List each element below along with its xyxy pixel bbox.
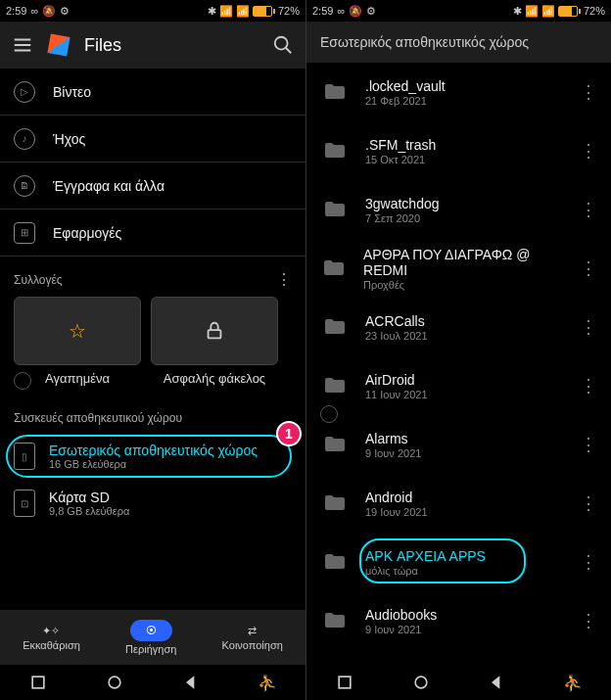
more-icon[interactable]: ⋮ — [580, 375, 597, 397]
search-icon[interactable] — [272, 34, 294, 56]
sd-card-icon: ⊡ — [14, 490, 35, 517]
nav-browse[interactable]: ⦿ Περιήγηση — [125, 620, 176, 655]
folder-icon — [320, 198, 350, 221]
back-button[interactable] — [181, 673, 201, 692]
internal-storage-item[interactable]: 1 ▯ Εσωτερικός αποθηκευτικός χώρος 16 GB… — [0, 433, 306, 480]
system-nav: ⛹ — [306, 665, 611, 700]
folder-row[interactable]: Audiobooks 9 Ιουν 2021 ⋮ — [306, 591, 611, 650]
status-time: 2:59 — [312, 5, 333, 17]
folder-row[interactable]: ACRCalls 23 Ιουλ 2021 ⋮ — [306, 298, 611, 356]
folder-row[interactable]: .SFM_trash 15 Οκτ 2021 ⋮ — [306, 121, 611, 180]
folder-row[interactable]: Alarms 9 Ιουν 2021 ⋮ — [306, 415, 611, 474]
status-battery: 72% — [584, 5, 605, 17]
more-icon[interactable]: ⋮ — [580, 610, 597, 631]
folder-date: 23 Ιουλ 2021 — [365, 330, 428, 342]
more-icon[interactable]: ⋮ — [580, 492, 597, 514]
system-nav: ⛹ — [0, 665, 306, 700]
nav-clean[interactable]: ✦✧ Εκκαθάριση — [23, 625, 80, 651]
more-icon[interactable]: ⋮ — [580, 434, 597, 455]
sd-card-item[interactable]: ⊡ Κάρτα SD 9,8 GB ελεύθερα — [0, 480, 306, 527]
folder-row[interactable]: 3gwatchdog 7 Σεπ 2020 ⋮ — [306, 180, 611, 239]
folder-date: 9 Ιουν 2021 — [365, 624, 437, 635]
category-row[interactable]: 🗎 Έγγραφα και άλλα — [0, 163, 306, 210]
page-title: Εσωτερικός αποθηκευτικός χώρος — [320, 34, 529, 50]
star-icon: ☆ — [69, 319, 86, 343]
folder-icon — [320, 139, 350, 163]
folder-icon — [320, 550, 350, 574]
app-logo-icon — [47, 33, 70, 56]
recent-button[interactable] — [28, 673, 48, 692]
folder-name: .locked_vault — [365, 78, 446, 94]
title-bar: Εσωτερικός αποθηκευτικός χώρος — [306, 22, 611, 63]
more-icon[interactable]: ⋮ — [580, 551, 597, 573]
folder-date: 21 Φεβ 2021 — [365, 95, 446, 107]
folder-row[interactable]: AirDroid 11 Ιουν 2021 ⋮ — [306, 356, 611, 415]
nav-share[interactable]: ⇄ Κοινοποίηση — [222, 625, 283, 651]
folder-name: APK ΑΡΧΕΙΑ APPS — [365, 548, 486, 564]
folder-icon — [320, 80, 350, 104]
lock-icon — [204, 320, 225, 342]
more-icon[interactable]: ⋮ — [580, 81, 597, 103]
status-bar: 2:59 ∞🔕⚙ ✱📶📶 72% — [0, 0, 306, 22]
folder-name: ΑΡΘΡΑ ΠΟΥ ΔΙΑΓΡΑΦΩ @ REDMI — [363, 247, 564, 278]
svg-rect-2 — [32, 677, 44, 688]
screen-right: 2:59 ∞🔕⚙ ✱📶📶 72% Εσωτερικός αποθηκευτικό… — [306, 0, 611, 700]
folder-name: .SFM_trash — [365, 137, 436, 153]
category-row[interactable]: ▷ Βίντεο — [0, 69, 306, 116]
screen-left: 2:59 ∞🔕⚙ ✱📶📶 72% Files ▷ Βίντεο♪ Ήχος🗎 Έ… — [0, 0, 306, 700]
folder-date: 7 Σεπ 2020 — [365, 212, 440, 224]
back-button[interactable] — [487, 673, 506, 692]
progress-circle-icon — [320, 405, 338, 423]
home-button[interactable] — [105, 673, 124, 692]
folder-icon — [320, 491, 350, 515]
category-icon: 🗎 — [14, 175, 35, 197]
more-icon[interactable]: ⋮ — [580, 316, 597, 338]
accessibility-button[interactable]: ⛹ — [258, 673, 277, 692]
folder-name: Audiobooks — [365, 607, 437, 623]
menu-icon[interactable] — [12, 34, 33, 56]
folder-row[interactable]: APK ΑΡΧΕΙΑ APPS μόλις τώρα ⋮ — [306, 533, 611, 591]
main-content: ▷ Βίντεο♪ Ήχος🗎 Έγγραφα και άλλα⊞ Εφαρμο… — [0, 69, 306, 610]
svg-rect-1 — [209, 330, 221, 338]
folder-row[interactable]: .locked_vault 21 Φεβ 2021 ⋮ — [306, 63, 611, 121]
folder-icon — [320, 257, 348, 280]
folder-row[interactable]: ΑΡΘΡΑ ΠΟΥ ΔΙΑΓΡΑΦΩ @ REDMI Προχθές ⋮ — [306, 239, 611, 298]
sd-card-sub: 9,8 GB ελεύθερα — [49, 505, 129, 517]
more-icon[interactable]: ⋮ — [580, 199, 597, 220]
app-title: Files — [84, 35, 121, 56]
more-icon[interactable]: ⋮ — [276, 270, 292, 289]
more-icon[interactable]: ⋮ — [580, 140, 597, 162]
internal-storage-title: Εσωτερικός αποθηκευτικός χώρος — [49, 443, 258, 458]
svg-point-5 — [415, 677, 427, 688]
category-row[interactable]: ⊞ Εφαρμογές — [0, 210, 306, 257]
annotation-badge: 1 — [276, 421, 302, 446]
category-icon: ▷ — [14, 81, 35, 103]
folder-date: 11 Ιουν 2021 — [365, 389, 428, 400]
svg-point-3 — [109, 677, 120, 688]
folder-list[interactable]: .locked_vault 21 Φεβ 2021 ⋮ .SFM_trash 1… — [306, 63, 611, 665]
favorites-tile[interactable]: ☆ — [14, 297, 141, 365]
accessibility-button[interactable]: ⛹ — [563, 673, 583, 692]
svg-point-0 — [275, 37, 288, 50]
app-bar: Files — [0, 22, 306, 69]
favorites-label: Αγαπημένα — [45, 371, 110, 386]
category-label: Βίντεο — [53, 84, 91, 100]
home-button[interactable] — [411, 673, 431, 692]
folder-name: AirDroid — [365, 372, 428, 388]
category-row[interactable]: ♪ Ήχος — [0, 116, 306, 163]
collections-header: Συλλογές — [14, 273, 63, 287]
folder-row[interactable]: Android 19 Ιουν 2021 ⋮ — [306, 474, 611, 533]
folder-name: Android — [365, 490, 428, 505]
folder-date: 19 Ιουν 2021 — [365, 506, 428, 518]
more-icon[interactable]: ⋮ — [580, 257, 597, 279]
svg-rect-4 — [339, 677, 351, 688]
folder-search-icon: ⦿ — [146, 625, 157, 636]
category-label: Ήχος — [53, 131, 85, 147]
status-time: 2:59 — [6, 5, 26, 17]
folder-date: Προχθές — [363, 279, 564, 291]
sparkle-icon: ✦✧ — [42, 625, 60, 637]
sd-card-title: Κάρτα SD — [49, 490, 129, 505]
folder-icon — [320, 374, 350, 397]
safe-folder-tile[interactable] — [151, 297, 278, 365]
recent-button[interactable] — [335, 673, 354, 692]
